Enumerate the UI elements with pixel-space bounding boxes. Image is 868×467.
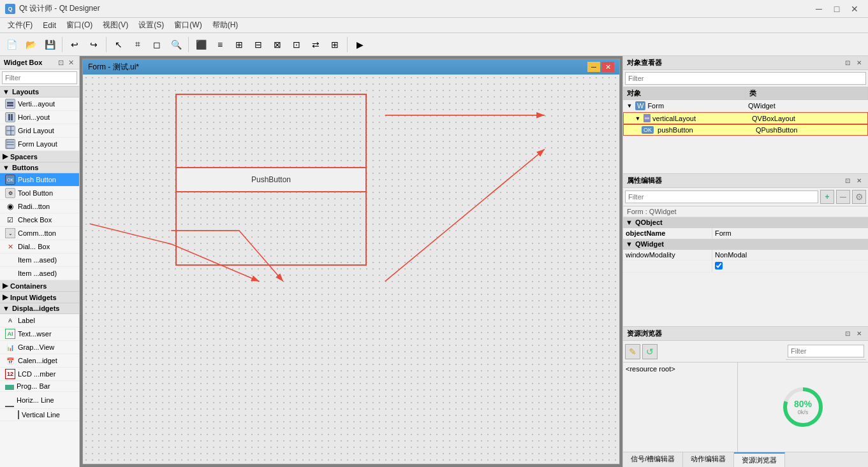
form-expand-icon[interactable]: ▼ xyxy=(626,102,633,110)
prop-row-windowmodality[interactable]: windowModality NonModal xyxy=(623,250,868,261)
canvas-area[interactable]: Form - 测试.ui* ─ ✕ PushButton xyxy=(80,56,622,467)
prop-value-windowmodality[interactable]: NonModal xyxy=(712,250,868,260)
wb-item-horizontal-layout[interactable]: Hori...yout xyxy=(0,111,79,124)
property-add-button[interactable]: + xyxy=(820,190,834,204)
wb-item-tool-button[interactable]: ⚙ Tool Button xyxy=(0,187,79,200)
property-editor-title: 属性编辑器 xyxy=(627,176,662,185)
wb-item-horiz-line[interactable]: Horiz... Line xyxy=(0,392,79,409)
resource-pencil-button[interactable]: ✎ xyxy=(625,344,640,359)
menu-view[interactable]: 视图(V) xyxy=(98,18,133,32)
wb-category-input-label: Input Widgets xyxy=(10,294,57,301)
toolbar-preview[interactable]: ▶ xyxy=(351,36,369,54)
resource-browser-close[interactable]: ✕ xyxy=(854,329,864,338)
wb-item-grid-layout[interactable]: Grid Layout xyxy=(0,124,79,138)
menu-file[interactable]: 文件(F) xyxy=(3,18,38,32)
resource-filter-input[interactable] xyxy=(788,345,864,357)
minimize-button[interactable]: ─ xyxy=(811,3,827,15)
menu-window2[interactable]: 窗口(W) xyxy=(169,18,207,32)
form-minimize-button[interactable]: ─ xyxy=(587,62,600,72)
wb-item-radio-button[interactable]: ◉ Radi...tton xyxy=(0,200,79,213)
wb-category-containers[interactable]: ▶ Containers xyxy=(0,280,79,292)
wb-item-dial-box[interactable]: ✕ Dial... Box xyxy=(0,240,79,254)
object-inspector-close[interactable]: ✕ xyxy=(854,59,864,68)
prop-row-objectname[interactable]: objectName Form xyxy=(623,228,868,239)
toolbar-btn4[interactable]: 🔍 xyxy=(167,36,185,54)
toolbar-layout6[interactable]: ⊡ xyxy=(288,36,305,54)
wb-item-label[interactable]: A Label xyxy=(0,314,79,327)
wb-item-vertical-layout[interactable]: Verti...ayout xyxy=(0,97,79,111)
obj-row-vertical-layout[interactable]: ▼ ═ verticalLayout QVBoxLayout xyxy=(623,112,868,124)
widget-box-close[interactable]: ✕ xyxy=(66,58,75,67)
prop-row-extra[interactable] xyxy=(623,261,868,273)
vertical-layout-icon xyxy=(5,99,15,109)
menu-settings[interactable]: 设置(S) xyxy=(133,18,169,32)
property-editor-close[interactable]: ✕ xyxy=(854,176,864,185)
property-editor-float[interactable]: ⊡ xyxy=(842,176,853,185)
toolbar-layout7[interactable]: ⇄ xyxy=(307,36,325,54)
menu-window1[interactable]: 窗口(O) xyxy=(61,18,98,32)
tab-resource-browser[interactable]: 资源浏览器 xyxy=(734,452,785,467)
wb-item-calendar[interactable]: 📅 Calen...idget xyxy=(0,354,79,368)
resource-browser-float[interactable]: ⊡ xyxy=(842,329,853,338)
resource-reload-button[interactable]: ↺ xyxy=(642,344,658,359)
object-inspector-filter-input[interactable] xyxy=(625,72,866,85)
toolbar-layout2[interactable]: ≡ xyxy=(211,36,229,54)
push-button-widget[interactable]: PushButton xyxy=(177,167,365,192)
tab-action-editor[interactable]: 动作编辑器 xyxy=(683,452,734,467)
widget-box-float[interactable]: ⊡ xyxy=(56,58,65,67)
wb-item-form-layout[interactable]: Form Layout xyxy=(0,138,79,151)
window-controls: ─ □ ✕ xyxy=(811,3,863,15)
form-canvas[interactable]: PushButton xyxy=(83,75,619,464)
wb-item-check-box[interactable]: ☑ Check Box xyxy=(0,213,79,227)
vlayout-expand-icon[interactable]: ▼ xyxy=(634,115,642,122)
toolbar-layout5[interactable]: ⊠ xyxy=(268,36,286,54)
toolbar-new[interactable]: 📄 xyxy=(3,36,20,54)
toolbar-btn2[interactable]: ⌗ xyxy=(129,36,147,54)
toolbar-cursor[interactable]: ↖ xyxy=(110,36,128,54)
qwidget-group-header[interactable]: ▼ QWidget xyxy=(623,239,868,250)
wb-category-spacers[interactable]: ▶ Spacers xyxy=(0,151,79,162)
wb-item-combo-button[interactable]: ⌄ Comm...tton xyxy=(0,227,79,240)
resource-root-item[interactable]: <resource root> xyxy=(626,365,675,373)
toolbar-btn3[interactable]: ◻ xyxy=(148,36,166,54)
toolbar-undo[interactable]: ↩ xyxy=(66,36,84,54)
toolbar-redo[interactable]: ↪ xyxy=(85,36,103,54)
prop-checkbox[interactable] xyxy=(715,262,723,269)
property-filter-input[interactable] xyxy=(625,190,818,203)
wb-item-graphics-view[interactable]: 📊 Grap...View xyxy=(0,341,79,354)
wb-category-buttons[interactable]: ▼ Buttons xyxy=(0,162,79,173)
toolbar-layout1[interactable]: ⬛ xyxy=(192,36,210,54)
wb-item-text-browser[interactable]: AI Text...wser xyxy=(0,327,79,341)
wb-item-vertical-line[interactable]: Vertical Line xyxy=(0,409,79,421)
qobject-group-header[interactable]: ▼ QObject xyxy=(623,217,868,228)
restore-button[interactable]: □ xyxy=(828,3,845,15)
object-inspector-float[interactable]: ⊡ xyxy=(842,59,853,68)
wb-category-input[interactable]: ▶ Input Widgets xyxy=(0,292,79,303)
form-close-button[interactable]: ✕ xyxy=(601,62,614,72)
toolbar-save[interactable]: 💾 xyxy=(41,36,59,54)
prop-value-objectname[interactable]: Form xyxy=(712,228,868,238)
wb-category-display[interactable]: ▼ Displa...idgets xyxy=(0,303,79,314)
obj-row-form[interactable]: ▼ W Form QWidget xyxy=(623,100,868,112)
tab-signal-slot[interactable]: 信号/槽编辑器 xyxy=(623,452,683,467)
toolbar-layout4[interactable]: ⊟ xyxy=(249,36,267,54)
toolbar-layout8[interactable]: ⊞ xyxy=(326,36,344,54)
obj-col-pushbtn-class: QPushButton xyxy=(753,125,867,135)
property-remove-button[interactable]: ─ xyxy=(836,190,850,204)
wb-item-progress-bar[interactable]: Prog... Bar xyxy=(0,381,79,392)
widget-box-filter-input[interactable] xyxy=(2,71,77,84)
menu-help[interactable]: 帮助(H) xyxy=(207,18,244,32)
menu-edit[interactable]: Edit xyxy=(38,20,61,31)
toolbar-layout3[interactable]: ⊞ xyxy=(230,36,248,54)
resource-browser-title: 资源浏览器 xyxy=(627,329,662,338)
wb-item-push-button[interactable]: OK Push Button xyxy=(0,173,79,187)
wb-item-lcd[interactable]: 12 LCD ...mber xyxy=(0,368,79,381)
wb-category-layouts[interactable]: ▼ Layouts xyxy=(0,87,79,97)
close-button[interactable]: ✕ xyxy=(846,3,863,15)
wb-item-item2[interactable]: Item ...ased) xyxy=(0,267,79,280)
property-config-button[interactable]: ⚙ xyxy=(852,190,866,204)
bottom-tabs: 信号/槽编辑器 动作编辑器 资源浏览器 xyxy=(623,452,868,467)
wb-item-item1[interactable]: Item ...ased) xyxy=(0,254,79,267)
obj-row-push-button[interactable]: OK pushButton QPushButton xyxy=(623,124,868,136)
toolbar-open[interactable]: 📂 xyxy=(22,36,40,54)
